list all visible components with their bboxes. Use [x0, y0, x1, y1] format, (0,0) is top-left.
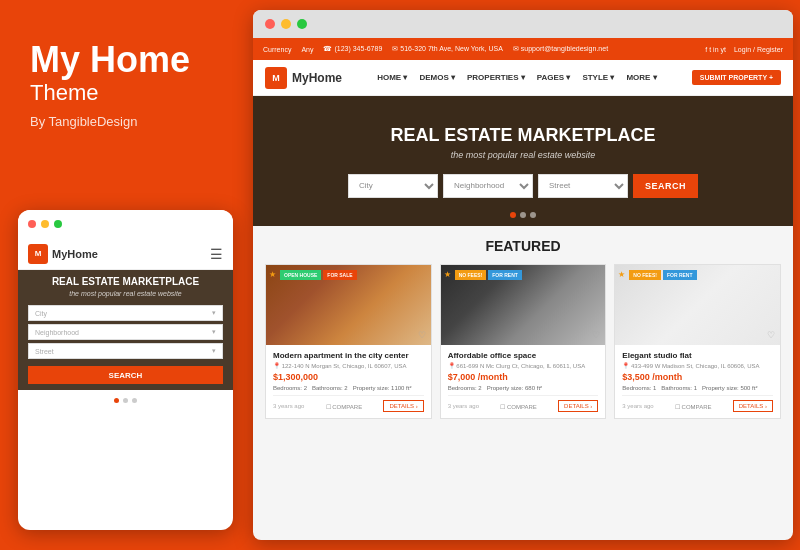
star-icon-1: ★	[269, 270, 276, 279]
mobile-neighborhood-field[interactable]: Neighborhood▾	[28, 324, 223, 340]
nav-home[interactable]: HOME ▾	[377, 73, 407, 82]
card-image-1: ★ OPEN HOUSE FOR SALE ♡	[266, 265, 431, 345]
submit-property-button[interactable]: SUBMIT PROPERTY +	[692, 70, 781, 85]
hero-dot-1[interactable]	[510, 212, 516, 218]
card-body-2: Affordable office space 📍 661-699 N Mc C…	[441, 345, 606, 418]
mobile-dot-3[interactable]	[132, 398, 137, 403]
badge-for-rent-3: FOR RENT	[663, 270, 697, 280]
heart-icon-2[interactable]: ♡	[592, 330, 600, 340]
property-card-1: ★ OPEN HOUSE FOR SALE ♡ Modern apartment…	[265, 264, 432, 419]
mobile-hero-title: REAL ESTATE MARKETPLACE	[52, 276, 199, 287]
hero-pagination-dots	[510, 212, 536, 218]
mobile-search-fields: City▾ Neighborhood▾ Street▾ SEARCH	[28, 305, 223, 384]
mobile-dot-green	[54, 220, 62, 228]
badge-for-sale: FOR SALE	[323, 270, 356, 280]
email-text: ✉ support@tangibledesign.net	[513, 45, 608, 53]
browser-dot-red	[265, 19, 275, 29]
hero-search-button[interactable]: SEARCH	[633, 174, 698, 198]
card-details-btn-1[interactable]: DETAILS ›	[383, 400, 423, 412]
mobile-topbar	[18, 210, 233, 238]
city-select[interactable]: City	[348, 174, 438, 198]
social-icons: f t in yt	[705, 46, 726, 53]
card-badges-2: NO FEES! FOR RENT	[455, 270, 522, 280]
card-footer-2: 3 years ago ☐ COMPARE DETAILS ›	[448, 395, 599, 412]
featured-title: FEATURED	[265, 238, 781, 254]
card-badges-3: NO FEES! FOR RENT	[629, 270, 696, 280]
nav-logo-icon: M	[265, 67, 287, 89]
card-details-btn-3[interactable]: DETAILS ›	[733, 400, 773, 412]
hero-search-form: City Neighborhood Street SEARCH	[348, 174, 698, 198]
mobile-pagination-dots	[18, 390, 233, 410]
card-compare-3[interactable]: ☐ COMPARE	[675, 403, 712, 410]
mobile-dot-1[interactable]	[114, 398, 119, 403]
card-details-2: Bedrooms: 2 Property size: 680 ft²	[448, 385, 599, 391]
featured-section: FEATURED ★ OPEN HOUSE FOR SALE ♡ Modern …	[253, 226, 793, 427]
card-body-1: Modern apartment in the city center 📍 12…	[266, 345, 431, 418]
hero-section: REAL ESTATE MARKETPLACE the most popular…	[253, 96, 793, 226]
browser-topbar	[253, 10, 793, 38]
hero-title: REAL ESTATE MARKETPLACE	[390, 125, 655, 146]
mobile-hero-sub: the most popular real estate website	[69, 290, 181, 297]
currency-any[interactable]: Any	[301, 46, 313, 53]
card-title-1: Modern apartment in the city center	[273, 351, 424, 360]
mobile-logo-area: M MyHome	[28, 244, 98, 264]
browser-dot-yellow	[281, 19, 291, 29]
mobile-search-button[interactable]: SEARCH	[28, 366, 223, 384]
card-price-2: $7,000 /month	[448, 372, 599, 382]
star-icon-3: ★	[618, 270, 625, 279]
left-panel: My Home Theme By TangibleDesign M MyHome…	[0, 0, 245, 550]
card-price-3: $3,500 /month	[622, 372, 773, 382]
card-details-3: Bedrooms: 1 Bathrooms: 1 Property size: …	[622, 385, 773, 391]
nav-style[interactable]: STYLE ▾	[582, 73, 614, 82]
mobile-hero: REAL ESTATE MARKETPLACE the most popular…	[18, 270, 233, 390]
hero-dot-2[interactable]	[520, 212, 526, 218]
login-link[interactable]: Login / Register	[734, 46, 783, 53]
card-title-3: Elegant studio flat	[622, 351, 773, 360]
street-select[interactable]: Street	[538, 174, 628, 198]
heart-icon-3[interactable]: ♡	[767, 330, 775, 340]
info-bar-right: f t in yt Login / Register	[705, 46, 783, 53]
mobile-city-field[interactable]: City▾	[28, 305, 223, 321]
card-details-1: Bedrooms: 2 Bathrooms: 2 Property size: …	[273, 385, 424, 391]
card-footer-1: 3 years ago ☐ COMPARE DETAILS ›	[273, 395, 424, 412]
address-text: ✉ 516-320 7th Ave, New York, USA	[392, 45, 503, 53]
nav-pages[interactable]: PAGES ▾	[537, 73, 571, 82]
nav-more[interactable]: MORE ▾	[626, 73, 656, 82]
card-image-2: ★ NO FEES! FOR RENT ♡	[441, 265, 606, 345]
main-nav: M MyHome HOME ▾ DEMOS ▾ PROPERTIES ▾ PAG…	[253, 60, 793, 96]
hero-subtitle: the most popular real estate website	[451, 150, 596, 160]
star-icon-2: ★	[444, 270, 451, 279]
nav-properties[interactable]: PROPERTIES ▾	[467, 73, 525, 82]
neighborhood-select[interactable]: Neighborhood	[443, 174, 533, 198]
mobile-hamburger-icon[interactable]: ☰	[210, 246, 223, 262]
currency-label: Currency	[263, 46, 291, 53]
mobile-logo-text: MyHome	[52, 248, 98, 260]
heart-icon-1[interactable]: ♡	[418, 330, 426, 340]
browser-mockup: Currency Any ☎ (123) 345-6789 ✉ 516-320 …	[253, 10, 793, 540]
phone-number: ☎ (123) 345-6789	[323, 45, 382, 53]
card-details-btn-2[interactable]: DETAILS ›	[558, 400, 598, 412]
card-time-3: 3 years ago	[622, 403, 653, 409]
theme-subtitle: Theme	[30, 80, 215, 106]
card-compare-1[interactable]: ☐ COMPARE	[326, 403, 363, 410]
card-badges-1: OPEN HOUSE FOR SALE	[280, 270, 357, 280]
theme-title: My Home	[30, 40, 215, 80]
info-bar: Currency Any ☎ (123) 345-6789 ✉ 516-320 …	[253, 38, 793, 60]
mobile-dot-2[interactable]	[123, 398, 128, 403]
card-price-1: $1,300,000	[273, 372, 424, 382]
badge-open-house: OPEN HOUSE	[280, 270, 321, 280]
property-card-2: ★ NO FEES! FOR RENT ♡ Affordable office …	[440, 264, 607, 419]
property-card-3: ★ NO FEES! FOR RENT ♡ Elegant studio fla…	[614, 264, 781, 419]
mobile-street-field[interactable]: Street▾	[28, 343, 223, 359]
property-cards: ★ OPEN HOUSE FOR SALE ♡ Modern apartment…	[265, 264, 781, 419]
card-time-2: 3 years ago	[448, 403, 479, 409]
mobile-mockup: M MyHome ☰ REAL ESTATE MARKETPLACE the m…	[18, 210, 233, 530]
browser-dot-green	[297, 19, 307, 29]
mobile-nav: M MyHome ☰	[18, 238, 233, 270]
nav-demos[interactable]: DEMOS ▾	[419, 73, 455, 82]
hero-dot-3[interactable]	[530, 212, 536, 218]
badge-for-rent-2: FOR RENT	[488, 270, 522, 280]
card-body-3: Elegant studio flat 📍 433-499 W Madison …	[615, 345, 780, 418]
info-bar-left: Currency Any ☎ (123) 345-6789 ✉ 516-320 …	[263, 45, 608, 53]
card-compare-2[interactable]: ☐ COMPARE	[500, 403, 537, 410]
